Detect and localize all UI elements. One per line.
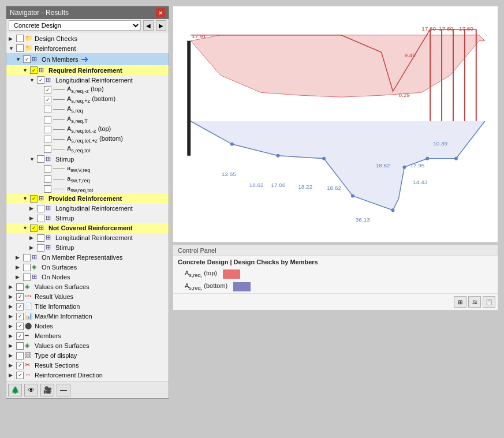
expand-arrow[interactable]: ▶ [16, 264, 23, 270]
checkbox-as-req[interactable] [44, 106, 51, 113]
checkbox-type-of-display[interactable] [16, 352, 24, 360]
checkbox-stirrup-1[interactable] [37, 155, 44, 163]
checkbox-values-on-surfaces[interactable] [16, 283, 24, 291]
tree-item-reinforcement[interactable]: ▼ 📁 Reinforcement [6, 43, 169, 53]
checkbox-long-reinf-1[interactable] [37, 76, 44, 84]
tree-item-members[interactable]: ▶ ━ Members [6, 331, 169, 341]
expand-arrow[interactable]: ▶ [9, 284, 16, 290]
checkbox-as-req-tot[interactable] [44, 145, 51, 153]
checkbox-title-information[interactable] [16, 303, 24, 310]
expand-arrow[interactable]: ▶ [16, 254, 23, 260]
tree-item-type-of-display[interactable]: ▶ 🖼 Type of display [6, 351, 169, 361]
tree-item-asw-t-req[interactable]: asw,T,req [6, 174, 169, 184]
expand-arrow[interactable]: ▶ [9, 294, 16, 300]
cp-table-button[interactable]: ⊞ [454, 296, 466, 308]
tree-item-as-req-tot-z-top[interactable]: As,req,tot,-z (top) [6, 125, 169, 134]
checkbox-stirrup-2[interactable] [37, 215, 44, 222]
tree-item-nodes[interactable]: ▶ ⬤ Nodes [6, 321, 169, 331]
tree-item-values-on-surfaces[interactable]: ▶ ◈ Values on Surfaces [6, 282, 169, 292]
tree-item-result-values[interactable]: ▶ ₁₂₃ Result Values [6, 292, 169, 302]
cp-scale-button[interactable]: ⚖ [468, 296, 481, 308]
expand-arrow[interactable]: ▶ [9, 343, 16, 349]
checkbox-as-req-z-top[interactable] [44, 86, 51, 93]
checkbox-as-req-tot-z-top[interactable] [44, 126, 51, 133]
checkbox-design-checks[interactable] [16, 35, 24, 42]
checkbox-on-nodes[interactable] [23, 274, 31, 281]
nav-dropdown[interactable]: Concrete Design [9, 20, 141, 31]
checkbox-as-req-z-bot[interactable] [44, 96, 51, 103]
checkbox-nodes[interactable] [16, 323, 24, 330]
tree-item-not-covered-reinforcement[interactable]: ▼ ⊞ Not Covered Reinforcement [6, 223, 169, 233]
checkbox-maxmin-information[interactable] [16, 313, 24, 320]
tree-item-stirrup-1[interactable]: ▼ ⊞ Stirrup [6, 154, 169, 164]
tree-item-required-reinforcement[interactable]: ▼ ⊞ Required Reinforcement [6, 65, 169, 75]
tree-item-design-checks[interactable]: ▶ 📁 Design Checks [6, 33, 169, 43]
tree-item-as-req[interactable]: As,req [6, 104, 169, 114]
tree-item-title-information[interactable]: ▶ 📄 Title Information [6, 302, 169, 312]
checkbox-as-req-t[interactable] [44, 116, 51, 123]
tree-item-as-req-tot-z-bot[interactable]: As,req,tot,+z (bottom) [6, 134, 169, 144]
checkbox-not-covered-reinforcement[interactable] [30, 224, 38, 232]
nav-camera-button[interactable]: 🎥 [40, 384, 54, 396]
nav-forward-button[interactable]: ▶ [156, 20, 166, 31]
checkbox-reinforcement-direction[interactable] [16, 372, 24, 379]
tree-item-long-reinf-2[interactable]: ▶ ⊞ Longitudinal Reinforcement [6, 204, 169, 214]
tree-item-asw-req-tot[interactable]: asw,req,tot [6, 184, 169, 194]
checkbox-asw-t-req[interactable] [44, 175, 51, 183]
checkbox-as-req-tot-z-bot[interactable] [44, 136, 51, 143]
checkbox-long-reinf-3[interactable] [37, 234, 44, 242]
expand-arrow[interactable]: ▶ [9, 313, 16, 319]
expand-arrow[interactable]: ▶ [9, 372, 16, 378]
expand-arrow[interactable]: ▶ [29, 245, 36, 250]
checkbox-on-surfaces[interactable] [23, 264, 31, 271]
tree-item-stirrup-2[interactable]: ▶ ⊞ Stirrup [6, 214, 169, 223]
tree-item-as-req-z-top[interactable]: As,req,-z (top) [6, 85, 169, 95]
expand-arrow[interactable]: ▶ [9, 304, 16, 309]
checkbox-members[interactable] [16, 332, 24, 340]
expand-arrow[interactable]: ▶ [29, 205, 36, 211]
tree-item-long-reinf-3[interactable]: ▶ ⊞ Longitudinal Reinforcement [6, 233, 169, 243]
close-button[interactable]: ✕ [156, 8, 165, 17]
tree-item-provided-reinforcement[interactable]: ▼ ⊞ Provided Reinforcement [6, 194, 169, 204]
cp-export-button[interactable]: 📋 [483, 296, 495, 308]
expand-arrow[interactable]: ▼ [29, 77, 36, 83]
checkbox-reinforcement[interactable] [16, 44, 24, 52]
tree-item-result-sections[interactable]: ▶ ✂ Result Sections [6, 361, 169, 370]
expand-arrow[interactable]: ▼ [16, 57, 23, 62]
checkbox-on-members[interactable] [23, 55, 31, 63]
tree-item-long-reinf-1[interactable]: ▼ ⊞ Longitudinal Reinforcement [6, 75, 169, 85]
expand-arrow[interactable]: ▶ [9, 323, 16, 329]
checkbox-values-on-surfaces-2[interactable] [16, 342, 24, 350]
expand-arrow[interactable]: ▶ [29, 215, 36, 221]
checkbox-result-values[interactable] [16, 293, 24, 301]
tree-item-on-member-reps[interactable]: ▶ ⊞ On Member Representatives [6, 253, 169, 263]
nav-line-button[interactable]: — [57, 384, 70, 396]
tree-item-stirrup-3[interactable]: ▶ ⊞ Stirrup [6, 243, 169, 253]
expand-arrow[interactable]: ▶ [9, 36, 16, 42]
checkbox-stirrup-3[interactable] [37, 244, 44, 252]
expand-arrow[interactable]: ▶ [9, 333, 16, 339]
expand-arrow[interactable]: ▼ [23, 225, 29, 231]
checkbox-result-sections[interactable] [16, 362, 24, 369]
checkbox-on-member-reps[interactable] [23, 254, 31, 261]
checkbox-asw-req-tot[interactable] [44, 185, 51, 193]
checkbox-asw-v-req[interactable] [44, 165, 51, 173]
nav-tree-button[interactable]: 🌲 [8, 384, 22, 396]
expand-arrow[interactable]: ▶ [29, 235, 36, 241]
expand-arrow[interactable]: ▼ [9, 46, 16, 51]
expand-arrow[interactable]: ▼ [29, 156, 36, 162]
expand-arrow[interactable]: ▼ [23, 68, 29, 73]
expand-arrow[interactable]: ▶ [16, 274, 23, 280]
nav-eye-button[interactable]: 👁 [24, 384, 38, 396]
nav-back-button[interactable]: ◀ [143, 20, 154, 31]
tree-item-on-nodes[interactable]: ▶ ⊞ On Nodes [6, 272, 169, 282]
expand-arrow[interactable]: ▶ [9, 362, 16, 368]
checkbox-provided-reinforcement[interactable] [30, 195, 38, 203]
tree-item-as-req-z-bot[interactable]: As,req,+z (bottom) [6, 95, 169, 104]
tree-item-as-req-tot[interactable]: As,req,tot [6, 144, 169, 154]
tree-item-values-on-surfaces-2[interactable]: ▶ ◈ Values on Surfaces [6, 341, 169, 351]
expand-arrow[interactable]: ▶ [9, 353, 16, 358]
tree-item-maxmin-information[interactable]: ▶ 📊 Max/Min Information [6, 312, 169, 321]
checkbox-long-reinf-2[interactable] [37, 205, 44, 212]
tree-item-asw-v-req[interactable]: asw,V,req [6, 164, 169, 174]
